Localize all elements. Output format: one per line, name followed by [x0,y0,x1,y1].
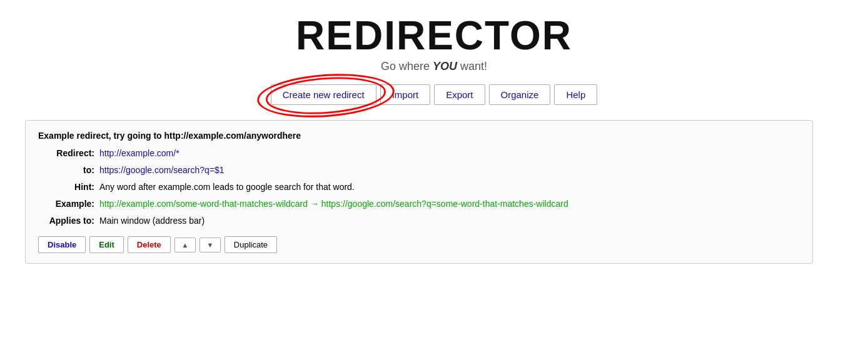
help-button[interactable]: Help [554,84,597,105]
applies-row: Applies to: Main window (address bar) [38,214,800,228]
app-subtitle: Go where YOU want! [25,60,843,73]
redirect-label: Redirect: [38,147,94,160]
hint-value: Any word after example.com leads to goog… [99,181,355,194]
subtitle-prefix: Go where [381,60,433,72]
edit-button[interactable]: Edit [89,236,124,253]
organize-button[interactable]: Organize [489,84,551,105]
app-title: REDIRECTOR [25,12,843,59]
redirect-value: http://example.com/* [99,147,179,160]
applies-value: Main window (address bar) [99,214,204,228]
create-redirect-button[interactable]: Create new redirect [271,84,376,105]
hint-label: Hint: [38,181,94,194]
example-label: Example: [38,198,94,211]
redirect-row: Redirect: http://example.com/* [38,147,800,160]
to-value: https://google.com/search?q=$1 [99,164,225,177]
example-row: Example: http://example.com/some-word-th… [38,198,800,211]
subtitle-suffix: want! [457,60,487,72]
toolbar: Create new redirect Import Export Organi… [25,84,843,105]
move-up-button[interactable]: ▲ [174,238,196,252]
to-row: to: https://google.com/search?q=$1 [38,164,800,177]
move-down-button[interactable]: ▼ [199,238,221,252]
to-label: to: [38,164,94,177]
card-title: Example redirect, try going to http://ex… [38,131,800,141]
subtitle-emphasis: YOU [433,60,457,72]
create-btn-wrapper: Create new redirect [271,84,376,105]
disable-button[interactable]: Disable [38,236,86,253]
export-button[interactable]: Export [434,84,485,105]
delete-button[interactable]: Delete [128,236,171,253]
example-value: http://example.com/some-word-that-matche… [99,198,568,211]
redirect-card: Example redirect, try going to http://ex… [25,120,813,264]
duplicate-button[interactable]: Duplicate [225,236,277,253]
hint-row: Hint: Any word after example.com leads t… [38,181,800,194]
card-actions: Disable Edit Delete ▲ ▼ Duplicate [38,236,800,253]
applies-label: Applies to: [38,214,94,228]
app-header: REDIRECTOR Go where YOU want! [25,12,843,73]
import-button[interactable]: Import [380,84,431,105]
